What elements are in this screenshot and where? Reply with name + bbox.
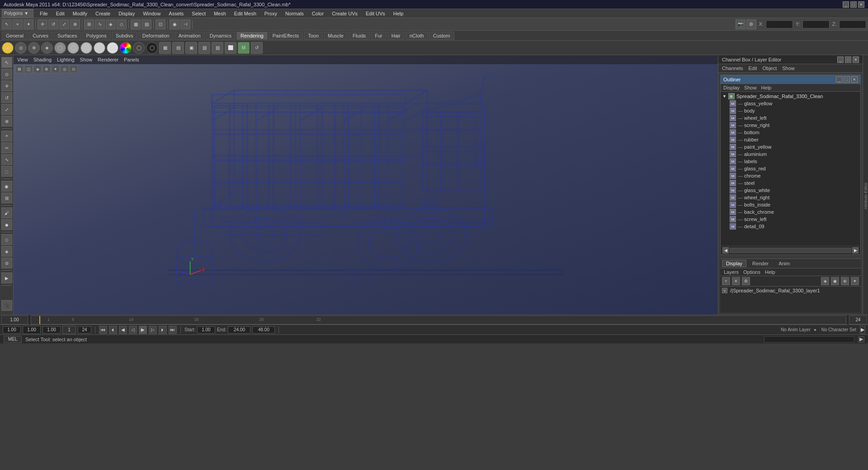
outliner-menu-help[interactable]: Help [761,85,772,90]
shelf-tab-deformation[interactable]: Deformation [138,32,174,40]
shelf-tab-rendering[interactable]: Rendering [236,32,268,40]
step-back-btn[interactable]: ◀ [119,326,127,334]
layer-tab-render[interactable]: Render [748,260,773,267]
snap-surface-btn[interactable]: ◇ [117,19,127,29]
shelf-icon-4[interactable]: ◈ [41,42,53,54]
snap-curve-btn[interactable]: ∿ [95,19,105,29]
panel-max-btn[interactable]: □ [845,56,851,63]
outliner-max-btn[interactable]: □ [844,76,850,83]
vp-tb-6[interactable]: ◎ [61,65,69,73]
vp-menu-shading[interactable]: Shading [33,57,52,62]
z-field[interactable] [839,20,866,28]
snap-grid-btn[interactable]: ⊞ [84,19,94,29]
outliner-item-glass-yellow[interactable]: M — glass_yellow [721,100,860,107]
settings-btn[interactable]: ⚙ [746,19,756,29]
shelf-tab-general[interactable]: General [2,32,28,40]
rotate-tool-btn[interactable]: ↺ [1,92,12,103]
shelf-icon-render1[interactable]: ▦ [159,42,171,54]
menu-normals[interactable]: Normals [283,10,306,17]
shelf-icon-2[interactable]: ◎ [15,42,27,54]
outliner-scroll-left[interactable]: ◀ [722,247,729,254]
sculpt-btn[interactable]: ◆ [1,219,12,230]
shelf-tab-muscle[interactable]: Muscle [324,32,348,40]
layer-tab-display[interactable]: Display [722,260,746,267]
vp-menu-show[interactable]: Show [80,57,93,62]
outliner-menu-show[interactable]: Show [744,85,757,90]
shelf-icon-refresh[interactable]: ↺ [251,42,263,54]
play-fwd-btn[interactable]: ▶ [139,326,147,334]
shelf-tab-hair[interactable]: Hair [387,32,405,40]
outliner-root[interactable]: ▼ ⊞ Spreader_Sodimac_Rafal_3300_Clean [721,93,860,100]
shelf-tab-animation[interactable]: Animation [175,32,205,40]
shelf-tab-fur[interactable]: Fur [371,32,387,40]
lattice-btn[interactable]: ⊞ [1,193,12,203]
layer-btn-2[interactable]: ◉ [831,277,839,285]
vp-tb-5[interactable]: ✦ [52,65,60,73]
attribute-editor-strip[interactable]: Attribute Editor [863,55,868,315]
layer-btn-3[interactable]: ⊕ [841,277,849,285]
minimize-button[interactable]: _ [843,1,849,8]
menu-modify[interactable]: Modify [71,10,89,17]
vp-menu-view[interactable]: View [17,57,28,62]
panel-minimize-btn[interactable]: _ [837,56,844,63]
split-poly-btn[interactable]: ⊘ [1,258,12,268]
play-back-btn[interactable]: ◁ [129,326,137,334]
shelf-icon-8[interactable]: ◯ [94,42,105,54]
outliner-scroll-track[interactable] [730,248,851,253]
vp-menu-lighting[interactable]: Lighting [57,57,75,62]
cb-tab-object[interactable]: Object [762,66,777,71]
vp-tb-2[interactable]: ◫ [24,65,33,73]
shelf-icon-3[interactable]: ⊕ [28,42,40,54]
layer-btn-4[interactable]: ✦ [851,277,859,285]
mel-python-toggle[interactable]: MEL [4,336,22,343]
outliner-item-labels[interactable]: M — labels [721,158,860,165]
shelf-icon-rainbow[interactable]: ● [120,42,132,54]
lasso-tool-btn[interactable]: ⌖ [1,131,12,141]
show-manip-tool-btn[interactable]: ⊕ [1,116,12,127]
shelf-icon-6[interactable]: ◯ [67,42,79,54]
render-view-btn[interactable]: ▦ [131,19,141,29]
camera-btn[interactable]: 📷 [736,19,745,29]
menu-create-uvs[interactable]: Create UVs [330,10,359,17]
menu-color[interactable]: Color [310,10,326,17]
shelf-tab-ncloth[interactable]: nCloth [406,32,428,40]
anim-end-input2[interactable] [252,326,275,334]
layer-visibility-btn[interactable]: V [722,288,727,293]
vp-tb-4[interactable]: ⊕ [42,65,51,73]
shelf-icon-maya[interactable]: M [238,42,250,54]
menu-file[interactable]: File [38,10,50,17]
layer-btn-1[interactable]: ◈ [821,277,829,285]
outliner-item-screw-right[interactable]: M — screw_right [721,122,860,129]
status-expand-btn[interactable]: ▶ [858,336,864,343]
outliner-item-screw-left[interactable]: M — screw_left [721,216,860,223]
rotate-btn[interactable]: ↺ [48,19,58,29]
shelf-icon-11[interactable]: ◯ [146,42,158,54]
soft-sel-btn[interactable]: ◉ [170,19,179,29]
ep-curve-btn[interactable]: ◌ [1,166,12,177]
next-key-btn[interactable]: ⏵ [159,326,167,334]
outliner-close-btn[interactable]: ✕ [851,76,858,83]
outliner-item-glass-red[interactable]: M — glass_red [721,165,860,172]
snap-point-btn[interactable]: ◈ [106,19,116,29]
shelf-tab-curves[interactable]: Curves [28,32,52,40]
shelf-tab-fluids[interactable]: Fluids [349,32,370,40]
menu-select[interactable]: Select [190,10,208,17]
symmetry-btn[interactable]: ⊣ [180,19,190,29]
move-btn[interactable]: ✛ [38,19,47,29]
shelf-icon-render3[interactable]: ▣ [185,42,197,54]
viewport[interactable]: View Shading Lighting Show Renderer Pane… [14,55,718,315]
shelf-tab-toon[interactable]: Toon [304,32,323,40]
cb-tab-edit[interactable]: Edit [748,66,757,71]
show-manip-btn[interactable]: ⊡ [156,19,165,29]
shelf-tab-subdivs[interactable]: Subdivs [112,32,137,40]
range-start-input[interactable] [42,326,61,334]
outliner-item-wheel-left[interactable]: M — wheel_left [721,114,860,122]
shelf-icon-render4[interactable]: ▧ [198,42,210,54]
timeline-start-input[interactable]: 1.00 [1,315,28,324]
menu-assets[interactable]: Assets [167,10,185,17]
outliner-item-bolts-inside[interactable]: M — bolts_inside [721,201,860,208]
ipr-btn[interactable]: ▤ [142,19,151,29]
shelf-tab-painteffects[interactable]: PaintEffects [269,32,303,40]
outliner-item-bottom[interactable]: M — bottom [721,129,860,136]
range-end-display[interactable] [78,326,91,334]
